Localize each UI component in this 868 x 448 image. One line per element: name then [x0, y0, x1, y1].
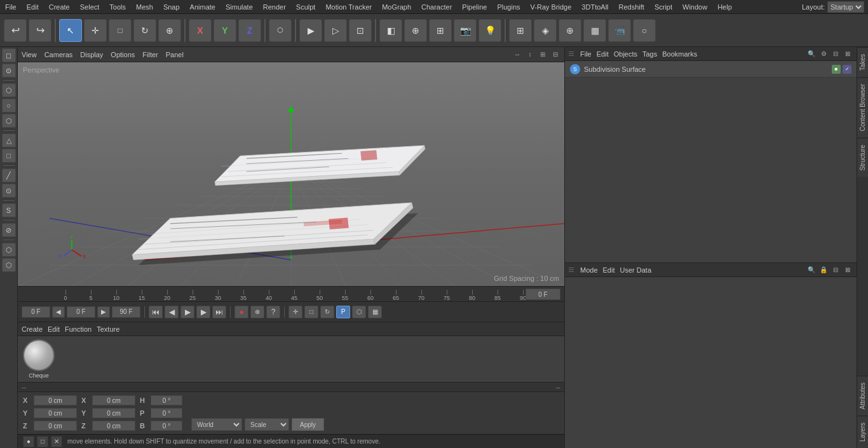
- frame-up-btn[interactable]: ▶: [97, 306, 110, 318]
- undo-button[interactable]: ↩: [4, 19, 27, 42]
- left-btn-2[interactable]: ⊙: [2, 64, 16, 78]
- menu-tools[interactable]: Tools: [104, 2, 131, 12]
- video-btn[interactable]: 📹: [608, 19, 631, 42]
- obj-file-menu[interactable]: File: [580, 50, 592, 58]
- goto-start-btn[interactable]: ⏮: [149, 306, 163, 318]
- camera-btn[interactable]: 📷: [454, 19, 477, 42]
- viewport-icon-2[interactable]: ↕: [525, 50, 535, 60]
- rotate-tool-button[interactable]: ↻: [133, 19, 156, 42]
- attr-mode-menu[interactable]: Mode: [580, 266, 598, 274]
- layout-select[interactable]: Startup: [827, 1, 864, 13]
- menu-vray[interactable]: V-Ray Bridge: [526, 2, 577, 12]
- material-create-menu[interactable]: Create: [22, 325, 43, 333]
- y-pos-input[interactable]: [34, 408, 77, 418]
- object-list[interactable]: S Subdivision Surface ■ ✓: [565, 61, 857, 262]
- left-btn-7[interactable]: □: [2, 149, 16, 163]
- left-btn-12[interactable]: ⬡: [2, 243, 16, 257]
- b-input[interactable]: [151, 421, 182, 431]
- status-icon-1[interactable]: ●: [23, 436, 34, 447]
- timeline-btn-2[interactable]: □: [304, 306, 318, 318]
- x-pos-input[interactable]: [34, 395, 77, 405]
- floor-btn[interactable]: ⊕: [404, 19, 427, 42]
- tab-structure[interactable]: Structure: [857, 138, 868, 177]
- menu-mesh[interactable]: Mesh: [131, 2, 158, 12]
- h-input[interactable]: [151, 395, 182, 405]
- subdiv-material-icon[interactable]: ■: [832, 65, 841, 74]
- tab-takes[interactable]: Takes: [857, 47, 868, 77]
- viewport-display-menu[interactable]: Display: [80, 51, 103, 58]
- timeline-btn-6[interactable]: ▦: [368, 306, 382, 318]
- menu-3dtoall[interactable]: 3DTtoAll: [576, 2, 613, 12]
- left-btn-10[interactable]: S: [2, 203, 16, 217]
- obj-expand-icon[interactable]: ⊟: [831, 49, 841, 59]
- left-btn-1[interactable]: ◻: [2, 48, 16, 62]
- transform-tool-button[interactable]: ⊕: [158, 19, 181, 42]
- viewport-icon-3[interactable]: ⊞: [538, 50, 548, 60]
- material-texture-menu[interactable]: Texture: [97, 325, 119, 333]
- render-button[interactable]: ▷: [324, 19, 347, 42]
- left-btn-6[interactable]: △: [2, 133, 16, 147]
- left-btn-3[interactable]: ⬡: [2, 83, 16, 97]
- current-frame-input[interactable]: [526, 288, 560, 300]
- next-frame-btn[interactable]: ▶: [196, 306, 210, 318]
- timeline-btn-5[interactable]: ⬡: [352, 306, 366, 318]
- end-frame-input[interactable]: [112, 306, 140, 318]
- goto-end-btn[interactable]: ⏭: [212, 306, 226, 318]
- viewport-options-menu[interactable]: Options: [111, 51, 135, 58]
- scale-tool-button[interactable]: □: [109, 19, 132, 42]
- menu-character[interactable]: Character: [416, 2, 457, 12]
- attr-search-icon[interactable]: 🔍: [806, 265, 817, 275]
- viewport-cameras-menu[interactable]: Cameras: [44, 51, 73, 58]
- axis-y-button[interactable]: Y: [214, 19, 236, 42]
- auto-key-btn[interactable]: ⊕: [250, 306, 264, 318]
- render-preview-button[interactable]: ▶: [299, 19, 322, 42]
- apply-button[interactable]: Apply: [292, 418, 324, 431]
- viewport-panel-menu[interactable]: Panel: [166, 51, 184, 58]
- timeline-btn-4[interactable]: P: [336, 306, 350, 318]
- y2-input[interactable]: [92, 408, 135, 418]
- attr-userdata-menu[interactable]: User Data: [620, 266, 652, 274]
- left-btn-8[interactable]: ╱: [2, 168, 16, 182]
- start-frame-input[interactable]: [22, 306, 50, 318]
- snap3-btn[interactable]: ⊕: [559, 19, 581, 42]
- tab-content-browser[interactable]: Content Browser: [857, 77, 868, 137]
- perspective-btn[interactable]: ◧: [379, 19, 402, 42]
- move-tool-button[interactable]: ✛: [84, 19, 107, 42]
- bulb-btn[interactable]: ○: [633, 19, 656, 42]
- timeline-ruler[interactable]: 0 5 10 15: [18, 287, 564, 302]
- viewport-filter-menu[interactable]: Filter: [142, 51, 158, 58]
- menu-render[interactable]: Render: [258, 2, 291, 12]
- menu-motion-tracker[interactable]: Motion Tracker: [320, 2, 377, 12]
- left-btn-4[interactable]: ○: [2, 98, 16, 112]
- menu-simulate[interactable]: Simulate: [220, 2, 258, 12]
- left-btn-9[interactable]: ⊙: [2, 184, 16, 198]
- attr-collapse-icon[interactable]: ⊠: [843, 265, 853, 275]
- prev-frame-btn[interactable]: ◀: [165, 306, 179, 318]
- status-icon-2[interactable]: □: [37, 436, 48, 447]
- obj-collapse-icon[interactable]: ⊠: [843, 49, 853, 59]
- menu-animate[interactable]: Animate: [185, 2, 220, 12]
- object-item-subdivision[interactable]: S Subdivision Surface ■ ✓: [565, 61, 857, 78]
- material-function-menu[interactable]: Function: [65, 325, 92, 333]
- x2-input[interactable]: [92, 395, 135, 405]
- menu-plugins[interactable]: Plugins: [492, 2, 525, 12]
- menu-select[interactable]: Select: [75, 2, 105, 12]
- obj-bookmarks-menu[interactable]: Bookmarks: [662, 50, 697, 58]
- menu-help[interactable]: Help: [712, 2, 737, 12]
- material-list[interactable]: Cheque: [18, 336, 564, 382]
- menu-edit[interactable]: Edit: [22, 2, 44, 12]
- obj-tags-menu[interactable]: Tags: [642, 50, 657, 58]
- left-btn-11[interactable]: ⊘: [2, 223, 16, 237]
- menu-script[interactable]: Script: [649, 2, 677, 12]
- menu-window[interactable]: Window: [677, 2, 712, 12]
- z2-input[interactable]: [92, 421, 135, 431]
- status-icon-3[interactable]: ✕: [51, 436, 62, 447]
- viewport-icon-1[interactable]: ↔: [512, 50, 522, 60]
- viewport-view-menu[interactable]: View: [22, 51, 37, 58]
- menu-snap[interactable]: Snap: [158, 2, 185, 12]
- attr-edit-menu[interactable]: Edit: [603, 266, 615, 274]
- tab-layers[interactable]: Layers: [857, 416, 868, 448]
- axis-x-button[interactable]: X: [189, 19, 212, 42]
- scale-dropdown[interactable]: Scale: [245, 418, 289, 431]
- frame-down-btn[interactable]: ◀: [52, 306, 65, 318]
